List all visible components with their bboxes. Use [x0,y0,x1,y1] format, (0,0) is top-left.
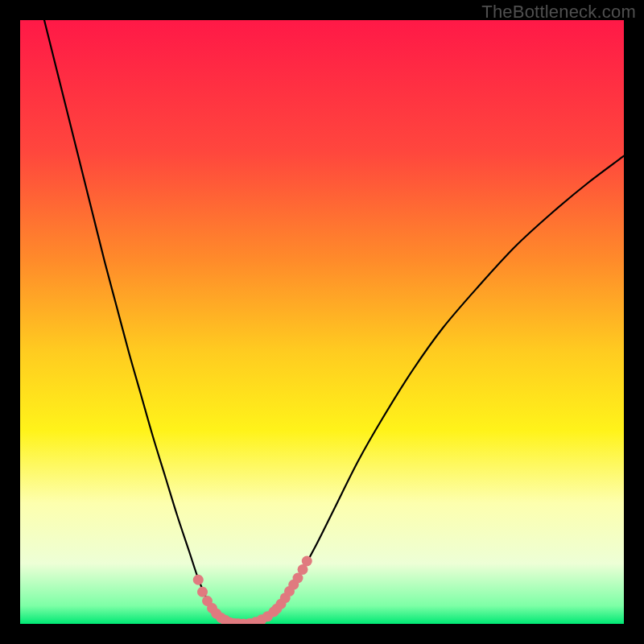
highlight-dot [302,556,312,567]
chart-svg [20,20,624,624]
chart-frame: TheBottleneck.com [0,0,644,644]
highlight-dot [193,575,204,585]
plot-area [20,20,624,624]
highlight-dot [197,587,208,597]
